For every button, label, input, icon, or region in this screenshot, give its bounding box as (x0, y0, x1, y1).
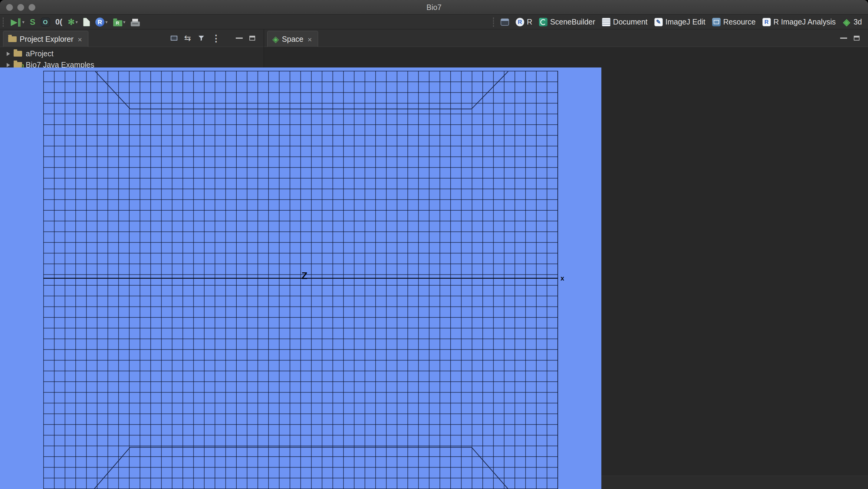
o-button[interactable]: O (40, 17, 51, 27)
window-title: Bio7 (0, 0, 868, 14)
filter-icon[interactable] (198, 34, 205, 42)
tab-label: Space (282, 35, 304, 43)
x-axis-label: x (560, 274, 564, 282)
project-explorer-icon (8, 36, 17, 42)
flower-button[interactable]: ✻ (67, 17, 79, 27)
r-folder-icon (113, 20, 122, 26)
space-tabbar: Space (264, 29, 868, 47)
link-with-editor-icon[interactable] (171, 36, 177, 40)
perspective-label: R ImageJ Analysis (774, 18, 836, 26)
tab-label: Project Explorer (20, 35, 73, 43)
z-axis-label: Z (302, 270, 308, 281)
open-perspective-icon (501, 19, 509, 26)
toolbar-drag-handle[interactable] (493, 18, 495, 27)
tree-item-label: aProject (26, 49, 54, 58)
perspective-button-r-imagej-analysis[interactable]: R R ImageJ Analysis (760, 16, 839, 28)
file-icon (83, 18, 90, 26)
perspective-button-3d[interactable]: ◈ 3d (839, 16, 865, 28)
maximize-view-icon[interactable] (249, 36, 255, 40)
r-perspective-icon: R (516, 18, 524, 26)
threed-icon: ◈ (842, 18, 851, 26)
main-toolbar: ▶∥ S O 0( ✻ R (0, 15, 868, 29)
space-3d-canvas[interactable]: Z x (0, 67, 601, 489)
expand-arrow-icon[interactable] (7, 63, 10, 67)
chevron-down-icon[interactable] (22, 19, 25, 25)
minimize-view-icon[interactable] (840, 37, 847, 39)
s-icon: S (30, 18, 35, 27)
bottom-trim-strip (601, 476, 868, 489)
r-icon: R (95, 18, 104, 27)
tab-project-explorer[interactable]: Project Explorer (3, 31, 88, 47)
maximize-view-icon[interactable] (854, 36, 860, 40)
r-console-button[interactable]: R (94, 17, 109, 27)
chevron-down-icon[interactable] (76, 19, 78, 25)
title-bar: Bio7 (0, 0, 868, 14)
java-project-folder-icon (13, 62, 22, 68)
perspective-button-document[interactable]: Document (599, 16, 651, 28)
project-tree: aProject Bio7 Java Examples (0, 47, 264, 70)
document-icon (602, 18, 611, 26)
perspective-button-scenebuilder[interactable]: SceneBuilder (536, 16, 598, 28)
close-icon[interactable] (76, 35, 83, 43)
view-menu-icon[interactable] (212, 33, 221, 43)
close-icon[interactable] (306, 35, 313, 43)
space-toolbar (840, 29, 860, 47)
bio7-window: Bio7 ▶∥ S O 0( ✻ (0, 0, 868, 489)
new-file-button[interactable] (82, 17, 91, 27)
perspective-label: SceneBuilder (550, 18, 595, 26)
tree-item-aproject[interactable]: aProject (0, 48, 264, 59)
chevron-down-icon[interactable] (105, 19, 108, 25)
perspective-label: ImageJ Edit (665, 18, 706, 26)
print-button[interactable] (129, 17, 141, 27)
project-explorer-toolbar (171, 29, 255, 47)
open-perspective-button[interactable] (498, 17, 512, 27)
scenebuilder-icon (539, 18, 548, 26)
chevron-down-icon[interactable] (123, 19, 126, 25)
perspective-button-resource[interactable]: Resource (709, 16, 759, 28)
perspective-bar: R R SceneBuilder Document ✎ ImageJ Edit … (492, 16, 868, 28)
project-folder-icon (13, 51, 22, 57)
perspective-button-r[interactable]: R R (513, 16, 535, 28)
run-pause-icon: ▶∥ (11, 18, 21, 27)
r-imagej-analysis-icon: R (763, 18, 771, 26)
space-icon (272, 34, 279, 44)
expand-arrow-icon[interactable] (7, 52, 10, 56)
wireframe-box-lines (0, 67, 601, 489)
r-folder-button[interactable] (112, 17, 127, 27)
tab-space[interactable]: Space (267, 31, 318, 47)
minimize-view-icon[interactable] (236, 37, 243, 39)
printer-icon (131, 22, 140, 26)
flower-icon: ✻ (68, 18, 75, 27)
perspective-label: R (527, 18, 532, 26)
perspective-label: Document (613, 18, 648, 26)
resource-icon (712, 18, 721, 26)
zero-paren-button[interactable]: 0( (54, 17, 64, 27)
toolbar-left-group: ▶∥ S O 0( ✻ R (0, 17, 141, 27)
zero-paren-icon: 0( (55, 17, 62, 27)
perspective-button-imagej-edit[interactable]: ✎ ImageJ Edit (651, 16, 709, 28)
perspective-label: Resource (723, 18, 756, 26)
imagej-edit-icon: ✎ (654, 18, 663, 26)
o-icon: O (41, 18, 50, 27)
run-pause-button[interactable]: ▶∥ (10, 17, 26, 27)
toolbar-drag-handle[interactable] (3, 18, 5, 27)
s-button[interactable]: S (29, 17, 37, 27)
project-explorer-tabbar: Project Explorer (0, 29, 264, 47)
perspective-label: 3d (854, 18, 862, 26)
sync-icon[interactable] (184, 33, 191, 43)
